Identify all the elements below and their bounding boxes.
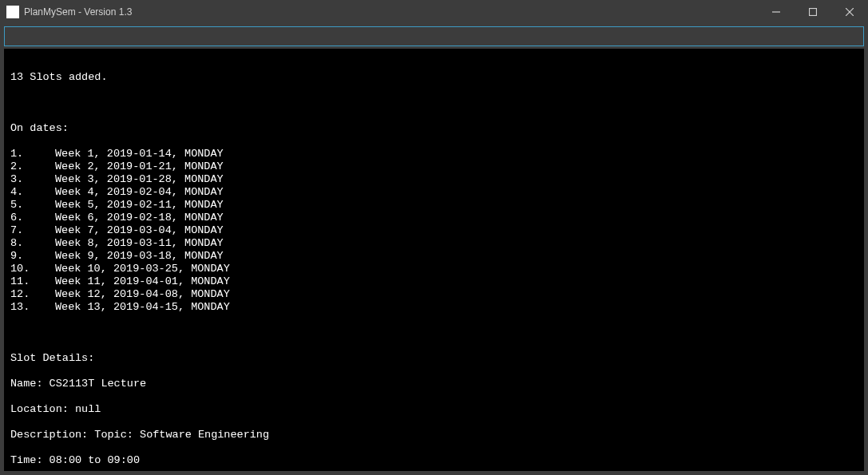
date-line: 9.Week 9, 2019-03-18, MONDAY — [10, 250, 858, 263]
date-line: 2.Week 2, 2019-01-21, MONDAY — [10, 160, 858, 173]
date-line: 10.Week 10, 2019-03-25, MONDAY — [10, 263, 858, 275]
dates-header: On dates: — [10, 122, 858, 135]
date-line: 3.Week 3, 2019-01-28, MONDAY — [10, 173, 858, 186]
slot-time: Time: 08:00 to 09:00 — [10, 454, 858, 467]
command-input-bar[interactable] — [4, 26, 864, 46]
date-line: 13.Week 13, 2019-04-15, MONDAY — [10, 301, 858, 314]
slot-name: Name: CS2113T Lecture — [10, 378, 858, 390]
window-title: PlanMySem - Version 1.3 — [24, 6, 758, 18]
title-bar: PlanMySem - Version 1.3 — [0, 0, 868, 24]
date-line: 12.Week 12, 2019-04-08, MONDAY — [10, 288, 858, 301]
blank-line — [10, 97, 858, 109]
date-line: 4.Week 4, 2019-02-04, MONDAY — [10, 186, 858, 199]
maximize-button[interactable] — [795, 0, 831, 24]
svg-rect-1 — [810, 9, 817, 16]
slot-location: Location: null — [10, 403, 858, 416]
date-line: 8.Week 8, 2019-03-11, MONDAY — [10, 237, 858, 250]
date-line: 1.Week 1, 2019-01-14, MONDAY — [10, 148, 858, 160]
blank-line — [10, 327, 858, 339]
close-button[interactable] — [831, 0, 868, 24]
window-controls — [758, 0, 868, 24]
summary-line: 13 Slots added. — [10, 71, 858, 84]
app-icon — [6, 6, 19, 18]
date-line: 11.Week 11, 2019-04-01, MONDAY — [10, 275, 858, 288]
output-panel: 13 Slots added. On dates: 1.Week 1, 2019… — [4, 49, 864, 471]
date-line: 6.Week 6, 2019-02-18, MONDAY — [10, 212, 858, 224]
slot-description: Description: Topic: Software Engineering — [10, 429, 858, 441]
command-input[interactable] — [9, 30, 859, 45]
date-line: 7.Week 7, 2019-03-04, MONDAY — [10, 224, 858, 237]
date-line: 5.Week 5, 2019-02-11, MONDAY — [10, 199, 858, 212]
dates-list: 1.Week 1, 2019-01-14, MONDAY2.Week 2, 20… — [10, 148, 858, 314]
slot-header: Slot Details: — [10, 352, 858, 365]
minimize-button[interactable] — [758, 0, 795, 24]
